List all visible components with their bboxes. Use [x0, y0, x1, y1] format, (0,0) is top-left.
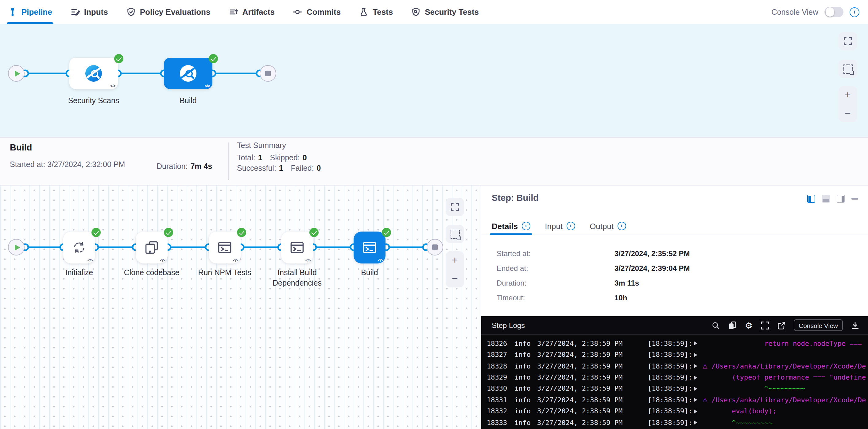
tab-inputs[interactable]: Inputs: [71, 0, 108, 24]
tab-artifacts[interactable]: Artifacts: [229, 0, 275, 24]
terminal-icon: [217, 240, 232, 255]
tab-pipeline[interactable]: Pipeline: [8, 0, 52, 24]
detail-value: 3/27/2024, 2:39:04 PM: [615, 264, 690, 273]
expand-caret-icon[interactable]: [694, 398, 698, 402]
console-view-button[interactable]: Console View: [794, 319, 843, 331]
layout-right-pane-icon[interactable]: [837, 195, 845, 203]
expand-caret-icon[interactable]: [694, 387, 698, 391]
zoom-in-button[interactable]: +: [452, 255, 458, 266]
tab-policy-evaluations[interactable]: Policy Evaluations: [126, 0, 211, 24]
zoom-in-button[interactable]: +: [845, 90, 851, 100]
minimize-panel-icon[interactable]: [851, 198, 858, 200]
detail-value: 3/27/2024, 2:35:52 PM: [615, 249, 690, 258]
expand-caret-icon[interactable]: [694, 341, 698, 345]
expand-caret-icon[interactable]: [694, 375, 698, 379]
skipped-label: Skipped:: [270, 154, 300, 162]
zoom-out-button[interactable]: −: [452, 273, 458, 284]
code-chip-icon: </>: [88, 258, 93, 262]
divider: [228, 143, 229, 180]
log-time: [18:38:59]:: [648, 373, 693, 381]
copy-icon[interactable]: [728, 321, 737, 330]
pipeline-execution-page: Pipeline Inputs Policy Evaluations Artif…: [0, 0, 868, 429]
settings-gear-icon[interactable]: ⚙: [745, 321, 753, 330]
step-label: Clone codebase: [115, 268, 188, 278]
log-timestamp: 3/27/2024, 2:38:59 PM: [537, 385, 629, 393]
step-label: Initialize: [42, 268, 116, 278]
code-chip-icon: </>: [305, 258, 311, 262]
step-node-build[interactable]: </>: [353, 232, 385, 264]
security-scan-stage-icon: [85, 65, 102, 82]
canvas-fullscreen-button[interactable]: [446, 198, 464, 216]
pipeline-start-node: [8, 65, 25, 82]
log-level: info: [515, 396, 532, 404]
success-badge-icon: [164, 228, 173, 237]
log-time: [18:38:59]:: [648, 362, 693, 370]
step-label: Build: [333, 268, 406, 278]
canvas-select-button[interactable]: [446, 225, 464, 243]
step-node-initialize[interactable]: </>: [63, 232, 95, 264]
clone-codebase-icon: [144, 240, 160, 255]
stage-node-security-scans[interactable]: </>: [69, 58, 118, 89]
canvas-fullscreen-button[interactable]: [839, 32, 857, 50]
info-icon[interactable]: i: [849, 7, 859, 17]
top-nav: Pipeline Inputs Policy Evaluations Artif…: [0, 0, 868, 25]
step-logs-toolbar: ⚙ Console View: [712, 319, 868, 331]
pipeline-end-node: [260, 65, 276, 82]
tab-commits[interactable]: Commits: [293, 0, 341, 24]
info-icon[interactable]: i: [617, 222, 626, 230]
external-link-icon[interactable]: [777, 321, 786, 330]
detail-label: Started at:: [497, 249, 615, 258]
steps-end-node: [427, 239, 443, 255]
stage-node-build[interactable]: </>: [164, 58, 212, 89]
zoom-out-button[interactable]: −: [845, 108, 851, 119]
expand-caret-icon[interactable]: [694, 410, 698, 413]
success-badge-icon: [237, 228, 246, 237]
layout-bottom-pane-icon[interactable]: [822, 195, 830, 203]
log-message: (typeof performance === "undefine: [711, 373, 866, 381]
step-label: Run NPM Tests: [188, 268, 261, 278]
fullscreen-icon[interactable]: [761, 321, 769, 330]
canvas-select-button[interactable]: [839, 60, 857, 78]
step-label: Install Build Dependencies: [260, 268, 334, 289]
step-graph-edges: [0, 185, 436, 429]
log-line-number: 18327: [487, 351, 508, 359]
info-icon[interactable]: i: [566, 222, 575, 230]
initialize-icon: [71, 240, 87, 255]
step-panel-title: Step: Build: [492, 193, 539, 203]
inputs-icon: [71, 7, 80, 17]
search-icon[interactable]: [712, 321, 720, 330]
tab-label: Commits: [307, 7, 341, 17]
shield-search-icon: [411, 7, 421, 17]
tab-label: Output: [590, 221, 614, 231]
expand-caret-icon[interactable]: [694, 421, 698, 425]
info-icon[interactable]: i: [522, 222, 530, 230]
expand-caret-icon[interactable]: [694, 364, 698, 368]
step-details-panel: Step: Build Details i Input i Output i S…: [480, 185, 868, 429]
log-timestamp: 3/27/2024, 2:38:59 PM: [537, 419, 629, 427]
tab-input[interactable]: Input i: [545, 217, 575, 235]
total-value: 1: [258, 154, 262, 162]
log-timestamp: 3/27/2024, 2:38:59 PM: [537, 396, 629, 404]
step-node-clone-codebase[interactable]: </>: [136, 232, 167, 264]
tab-label: Inputs: [84, 7, 108, 17]
log-timestamp: 3/27/2024, 2:38:59 PM: [537, 373, 629, 381]
tab-details[interactable]: Details i: [492, 217, 530, 235]
log-line-number: 18329: [487, 373, 508, 381]
step-node-run-npm-tests[interactable]: </>: [209, 232, 241, 264]
log-time: [18:38:59]:: [648, 351, 693, 359]
log-line-number: 18331: [487, 396, 508, 404]
step-node-install-build-dependencies[interactable]: </>: [281, 232, 313, 264]
expand-caret-icon[interactable]: [694, 353, 698, 357]
total-label: Total:: [237, 154, 255, 162]
console-view-toggle[interactable]: [825, 7, 843, 17]
tab-security-tests[interactable]: Security Tests: [411, 0, 479, 24]
tab-output[interactable]: Output i: [590, 217, 626, 235]
play-icon: [14, 244, 20, 250]
log-message: ^~~~~~~~~~: [711, 419, 773, 427]
log-line-number: 18328: [487, 362, 508, 370]
layout-left-pane-icon[interactable]: [807, 195, 815, 203]
tab-tests[interactable]: Tests: [359, 0, 393, 24]
log-timestamp: 3/27/2024, 2:38:59 PM: [537, 407, 629, 416]
download-icon[interactable]: [851, 321, 859, 330]
log-message: return node.nodeType ===: [711, 339, 862, 347]
